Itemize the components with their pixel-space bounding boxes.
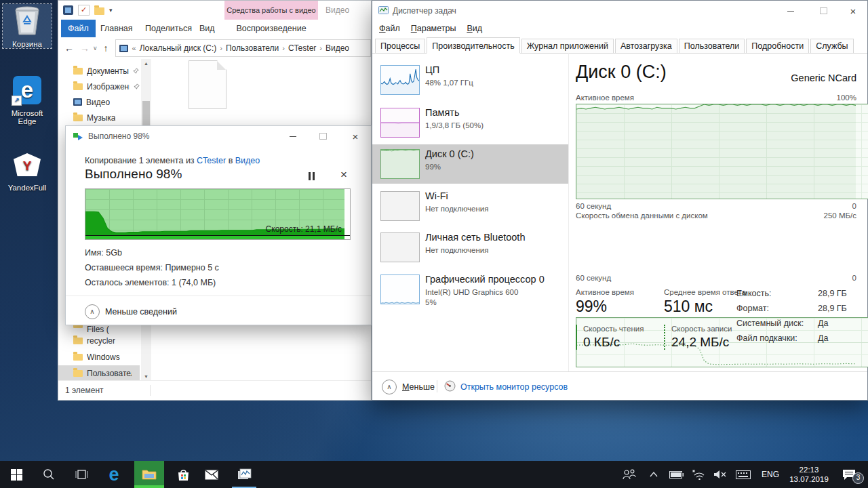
breadcrumb-item[interactable]: Локальный диск (C:): [138, 43, 219, 53]
back-icon[interactable]: ←: [64, 43, 74, 54]
minimize-button[interactable]: [279, 126, 307, 146]
file-icon-copying[interactable]: [189, 60, 226, 109]
fewer-details-button[interactable]: Меньше: [402, 382, 435, 392]
folder-icon: [73, 370, 83, 377]
perf-item-cpu[interactable]: ЦП 48% 1,07 ГГц: [372, 60, 568, 101]
explorer-taskbar-button[interactable]: [134, 461, 164, 488]
wifi-mini-chart: [380, 191, 420, 221]
history-chevron-icon[interactable]: ∨: [93, 45, 98, 52]
qat-customize-icon[interactable]: ▾: [109, 7, 113, 14]
task-view-button[interactable]: [65, 461, 98, 488]
collapse-details-icon[interactable]: ∧: [85, 304, 100, 319]
people-button[interactable]: [617, 461, 642, 488]
desktop-icon-yandex[interactable]: Y YandexFull: [3, 148, 52, 192]
clock[interactable]: 22:13 13.07.2019: [785, 461, 833, 488]
task-manager-taskbar-button[interactable]: [228, 461, 260, 488]
copy-dest-link[interactable]: Видео: [235, 156, 260, 165]
sidebar-item-pictures[interactable]: Изображения: [58, 79, 140, 94]
menu-file[interactable]: Файл: [374, 24, 406, 33]
scroll-up-icon[interactable]: ▲: [141, 59, 151, 68]
store-taskbar-button[interactable]: [167, 461, 199, 488]
edge-taskbar-button[interactable]: e: [98, 461, 130, 488]
mail-taskbar-button[interactable]: [195, 461, 228, 488]
tab-view[interactable]: Вид: [193, 20, 222, 37]
sidebar-divider: [568, 53, 569, 372]
disk-panel-title: Диск 0 (C:): [576, 62, 667, 83]
explorer-ribbon-tabs: Файл Главная Поделиться Вид Воспроизведе…: [58, 20, 371, 38]
network-tray-button[interactable]: [688, 461, 709, 488]
pause-button[interactable]: [309, 172, 315, 180]
battery-tray-button[interactable]: [666, 461, 686, 488]
maximize-button[interactable]: [809, 1, 837, 21]
speaker-muted-icon: [713, 470, 726, 479]
language-indicator[interactable]: ENG: [757, 461, 784, 488]
perf-item-gpu[interactable]: Графический процессор 0 Intel(R) UHD Gra…: [372, 270, 568, 313]
task-manager-tabs: Процессы Производительность Журнал прило…: [372, 36, 867, 54]
tab-share[interactable]: Поделиться: [138, 20, 199, 37]
detail-format-value: 28,9 ГБ: [818, 304, 847, 313]
search-button[interactable]: [33, 461, 65, 488]
action-center-button[interactable]: 3: [833, 461, 865, 488]
desktop-icon-label: YandexFull: [3, 184, 52, 192]
perf-item-memory[interactable]: Память 1,9/3,8 ГБ (50%): [372, 103, 568, 144]
sidebar-item-videos[interactable]: Видео: [58, 94, 140, 110]
maximize-button[interactable]: [309, 126, 337, 146]
stat-read-speed: Скорость чтения 0 КБ/с: [576, 325, 644, 350]
breadcrumb-item[interactable]: Пользователи: [224, 43, 281, 53]
tab-services[interactable]: Службы: [810, 39, 853, 53]
copy-speed-chart: Скорость: 21,1 МБ/с: [85, 188, 351, 240]
yandex-icon: Y: [14, 153, 41, 176]
tab-details[interactable]: Подробности: [746, 39, 809, 53]
chart2-label: Скорость обмена данными с диском: [576, 211, 708, 220]
memory-mini-chart: [380, 108, 420, 138]
properties-check-icon[interactable]: ✓: [78, 5, 90, 16]
tab-playback[interactable]: Воспроизведение: [224, 20, 318, 37]
sidebar-item-users[interactable]: Пользователи: [58, 365, 140, 381]
close-button[interactable]: ×: [839, 1, 867, 21]
touch-keyboard-button[interactable]: [731, 461, 755, 488]
perf-item-bluetooth[interactable]: Личная сеть Bluetooth Нет подключения: [372, 228, 568, 267]
desktop-icon-recycle-bin[interactable]: Корзина: [3, 4, 52, 48]
open-resource-monitor-link[interactable]: Открыть монитор ресурсов: [460, 382, 568, 392]
perf-item-wifi[interactable]: Wi-Fi Нет подключения: [372, 186, 568, 226]
address-folder-icon: [119, 45, 128, 52]
collapse-icon[interactable]: ∧: [382, 380, 397, 394]
tab-home[interactable]: Главная: [94, 20, 140, 37]
tab-processes[interactable]: Процессы: [375, 39, 425, 53]
progress-heading: Выполнено 98%: [85, 167, 182, 182]
taskbar: e: [0, 461, 868, 488]
disk-active-time-chart: [576, 104, 868, 199]
tab-app-history[interactable]: Журнал приложений: [521, 39, 614, 53]
tab-startup[interactable]: Автозагрузка: [615, 39, 677, 53]
sidebar-item-recycler[interactable]: recycler: [58, 333, 140, 348]
desktop-icon-edge[interactable]: e ↗ Microsoft Edge: [3, 73, 52, 125]
show-hidden-icons-button[interactable]: [644, 461, 663, 488]
sidebar-item-music[interactable]: Музыка: [58, 110, 140, 125]
start-button[interactable]: [0, 461, 33, 488]
less-details-link[interactable]: Меньше сведений: [105, 307, 177, 317]
sidebar-item-documents[interactable]: Документы: [58, 63, 140, 79]
copy-icon: [73, 132, 83, 140]
cancel-copy-button[interactable]: ×: [340, 168, 347, 182]
minimize-button[interactable]: [776, 1, 805, 21]
menu-options[interactable]: Параметры: [406, 24, 462, 33]
volume-tray-button[interactable]: [709, 461, 730, 488]
copy-source-link[interactable]: CTester: [197, 156, 226, 165]
video-tools-group-label[interactable]: Средства работы с видео: [224, 1, 318, 20]
perf-item-disk[interactable]: Диск 0 (C:) 99%: [372, 144, 568, 184]
detail-capacity-value: 28,9 ГБ: [818, 289, 847, 298]
tab-performance[interactable]: Производительность: [427, 37, 519, 54]
address-input[interactable]: « Локальный диск (C:) › Пользователи › C…: [115, 39, 371, 57]
close-button[interactable]: ×: [341, 126, 370, 146]
up-icon[interactable]: ↑: [104, 43, 108, 54]
tab-file[interactable]: Файл: [61, 20, 96, 37]
new-folder-icon[interactable]: [94, 7, 104, 15]
progress-bar: [85, 236, 344, 239]
sidebar-item-windows[interactable]: Windows: [58, 349, 140, 365]
menu-view[interactable]: Вид: [461, 24, 488, 33]
detail-page-file-value: Да: [818, 333, 828, 343]
forward-icon[interactable]: →: [80, 43, 90, 54]
breadcrumb-item[interactable]: Видео: [323, 43, 351, 53]
tab-users[interactable]: Пользователи: [679, 39, 745, 53]
breadcrumb-item[interactable]: CTester: [286, 43, 318, 53]
